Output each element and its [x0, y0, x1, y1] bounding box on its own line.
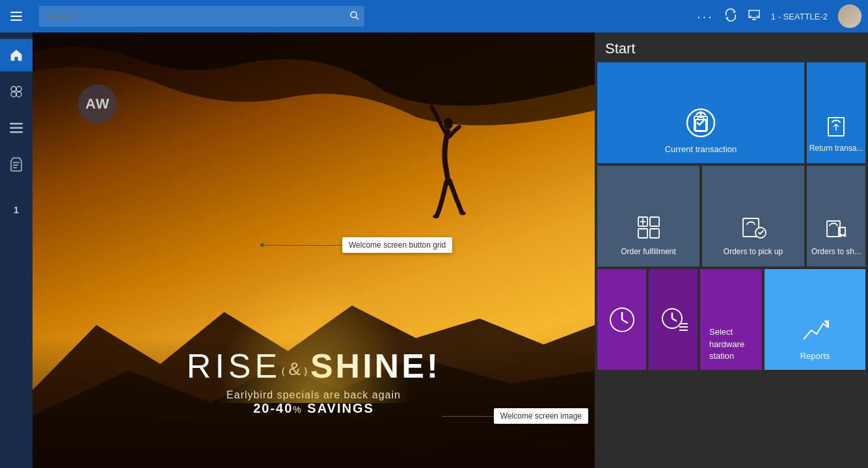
right-panel: Start Current transaction: [595, 32, 868, 468]
sidebar: 1: [0, 32, 33, 468]
welcome-background: AW RISE₍&₎SHINE! Earlybird specials are …: [33, 32, 595, 468]
order-fulfillment-label: Order fulfillment: [621, 247, 676, 257]
svg-rect-25: [650, 229, 659, 238]
svg-rect-2: [10, 20, 22, 21]
welcome-savings: 20-40% SAVINGS: [187, 401, 441, 416]
top-bar: ··· 1 - SEATTLE-2: [0, 0, 868, 32]
current-transaction-label: Current transaction: [665, 144, 737, 154]
svg-point-6: [16, 86, 21, 92]
svg-line-38: [672, 318, 677, 321]
svg-point-3: [351, 12, 357, 18]
user-avatar[interactable]: [838, 5, 861, 28]
more-options-button[interactable]: ···: [697, 9, 714, 24]
svg-rect-23: [650, 217, 659, 226]
callout-button-grid: Welcome screen button grid: [260, 237, 452, 253]
order-fulfillment-button[interactable]: Order fulfillment: [597, 166, 699, 266]
callout-line-1: [264, 245, 342, 246]
orders-ship-button[interactable]: Orders to sh...: [807, 166, 865, 266]
sidebar-item-orders[interactable]: [0, 148, 33, 181]
sidebar-item-products[interactable]: [0, 75, 33, 108]
clock-button-2[interactable]: [649, 269, 698, 370]
messages-button[interactable]: [748, 9, 761, 24]
store-info: 1 - SEATTLE-2: [771, 12, 828, 21]
hamburger-button[interactable]: [0, 0, 33, 32]
sidebar-item-menu[interactable]: [0, 112, 33, 144]
return-transaction-button[interactable]: Return transa...: [807, 62, 865, 163]
svg-point-31: [839, 234, 843, 237]
aw-logo: AW: [78, 84, 117, 124]
svg-point-5: [11, 86, 16, 92]
svg-rect-11: [10, 131, 23, 133]
svg-line-4: [356, 17, 359, 20]
callout-button-grid-label: Welcome screen button grid: [342, 237, 452, 253]
svg-rect-0: [10, 12, 22, 13]
select-hardware-button[interactable]: Select hardware station: [700, 269, 762, 370]
svg-point-14: [444, 118, 453, 129]
refresh-button[interactable]: [724, 8, 737, 25]
search-bar[interactable]: [39, 6, 364, 27]
callout-screen-image-label: Welcome screen image: [494, 408, 588, 424]
badge-number: 1: [14, 205, 19, 215]
orders-pickup-button[interactable]: Orders to pick up: [702, 166, 804, 266]
orders-ship-label: Orders to sh...: [811, 247, 861, 257]
svg-point-8: [16, 92, 21, 97]
svg-point-32: [843, 234, 847, 237]
sidebar-item-home[interactable]: [0, 39, 33, 72]
callout-screen-image: Welcome screen image: [442, 408, 588, 424]
svg-rect-24: [638, 229, 647, 238]
svg-point-17: [429, 105, 433, 109]
svg-line-35: [622, 320, 628, 323]
start-header: Start: [595, 32, 868, 62]
search-icon: [350, 11, 359, 22]
svg-rect-9: [10, 123, 23, 125]
svg-rect-1: [10, 16, 22, 17]
welcome-area: AW RISE₍&₎SHINE! Earlybird specials are …: [33, 32, 595, 468]
return-transaction-label: Return transa...: [809, 144, 863, 154]
sidebar-badge: 1: [0, 194, 33, 226]
svg-point-15: [433, 214, 439, 218]
svg-point-7: [11, 92, 16, 97]
current-transaction-button[interactable]: Current transaction: [597, 62, 804, 163]
topbar-actions: ··· 1 - SEATTLE-2: [697, 5, 868, 28]
clock-button-1[interactable]: [597, 269, 646, 370]
svg-rect-10: [10, 127, 23, 129]
search-input[interactable]: [39, 6, 364, 27]
reports-label: Reports: [800, 351, 830, 361]
callout-line-2: [442, 416, 494, 417]
reports-button[interactable]: Reports: [765, 269, 865, 370]
select-hardware-label: Select hardware station: [709, 326, 753, 362]
orders-pickup-label: Orders to pick up: [724, 247, 783, 257]
svg-point-16: [459, 211, 466, 215]
